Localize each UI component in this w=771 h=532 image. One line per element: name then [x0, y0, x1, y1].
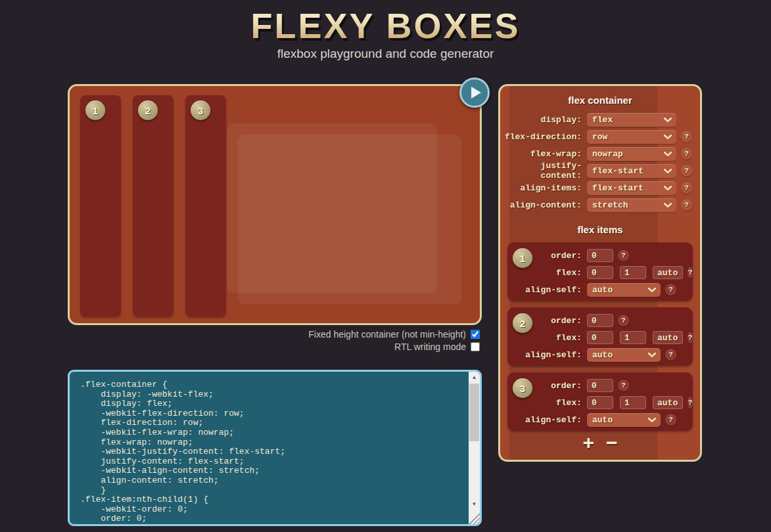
flex-container-section-title: flex container [500, 95, 700, 106]
order-input[interactable] [587, 379, 613, 392]
chevron-down-icon [664, 135, 672, 139]
align-self-row: align-self: auto ? [507, 281, 693, 298]
align-items-help-button[interactable]: ? [681, 183, 692, 194]
justify-content-row: justify-content: flex-start ? [500, 162, 700, 179]
align-self-label: align-self: [507, 285, 582, 295]
play-icon [471, 87, 481, 99]
flex-item-card-1: 1 order: ? flex: ? align-self: auto [507, 242, 693, 301]
flex-container-preview: 1 2 3 [70, 86, 480, 323]
align-items-select[interactable]: flex-start [587, 181, 676, 195]
display-select[interactable]: flex [587, 113, 676, 127]
flex-item-card-3: 3 order: ? flex: ? align-self: auto [507, 372, 693, 431]
rtl-label: RTL writing mode [394, 342, 466, 352]
flex-grow-input[interactable] [587, 266, 613, 279]
settings-panel: flex container display: flex flex-direct… [498, 84, 702, 462]
flex-item-preview-3: 3 [185, 95, 226, 316]
align-self-select[interactable]: auto [587, 283, 661, 297]
align-self-help-button[interactable]: ? [665, 349, 676, 361]
flex-shrink-input[interactable] [620, 396, 646, 409]
item-number-badge: 1 [85, 100, 105, 120]
align-self-select[interactable]: auto [587, 348, 661, 362]
fixed-height-checkbox[interactable] [471, 330, 480, 339]
item-number-badge: 2 [138, 100, 158, 120]
scrollbar-thumb[interactable] [469, 384, 479, 441]
order-help-button[interactable]: ? [618, 250, 629, 261]
align-content-select[interactable]: stretch [587, 198, 676, 212]
flex-item-preview-1: 1 [80, 95, 121, 316]
order-row: order: ? [507, 312, 693, 329]
justify-content-label: justify-content: [500, 161, 582, 181]
order-help-button[interactable]: ? [618, 315, 629, 326]
flex-row: flex: ? [507, 394, 693, 411]
flex-playground: 1 2 3 [68, 84, 482, 325]
flex-wrap-help-button[interactable]: ? [681, 148, 692, 160]
flex-direction-label: flex-direction: [500, 132, 582, 142]
flexy-boxes-page: FLEXY BOXES flexbox playground and code … [0, 0, 771, 532]
flex-direction-row: flex-direction: row ? [500, 128, 700, 145]
flex-basis-input[interactable] [653, 396, 683, 409]
align-content-row: align-content: stretch ? [500, 196, 700, 213]
flex-label: flex: [507, 268, 582, 278]
flex-wrap-select[interactable]: nowrap [587, 147, 676, 161]
align-items-row: align-items: flex-start ? [500, 179, 700, 196]
fixed-height-toggle-row: Fixed height container (not min-height) [308, 329, 480, 340]
chevron-down-icon [664, 203, 672, 208]
order-row: order: ? [507, 247, 693, 264]
align-self-row: align-self: auto ? [507, 346, 693, 363]
align-self-select[interactable]: auto [587, 413, 661, 427]
chevron-down-icon [648, 353, 656, 357]
flex-wrap-row: flex-wrap: nowrap ? [500, 145, 700, 162]
flex-grow-input[interactable] [587, 396, 613, 409]
flex-item-cards: 1 order: ? flex: ? align-self: auto [507, 242, 693, 437]
display-label: display: [500, 115, 582, 125]
run-button[interactable] [459, 78, 490, 108]
code-output-panel: .flex-container { display: -webkit-flex;… [68, 370, 482, 526]
add-item-button[interactable]: + [582, 433, 594, 453]
align-self-help-button[interactable]: ? [665, 284, 676, 296]
flex-direction-help-button[interactable]: ? [681, 131, 692, 143]
item-number-badge: 2 [513, 313, 532, 333]
align-self-row: align-self: auto ? [507, 411, 693, 428]
flex-direction-select[interactable]: row [587, 130, 676, 144]
order-help-button[interactable]: ? [618, 380, 629, 391]
chevron-down-icon [664, 186, 672, 190]
flex-basis-input[interactable] [653, 266, 683, 279]
flex-help-button[interactable]: ? [688, 267, 693, 278]
chevron-down-icon [648, 418, 656, 422]
order-input[interactable] [587, 314, 613, 327]
align-content-help-button[interactable]: ? [681, 200, 692, 211]
flex-label: flex: [507, 398, 582, 408]
justify-content-help-button[interactable]: ? [681, 166, 692, 177]
page-title: FLEXY BOXES [0, 5, 771, 46]
item-count-controls: + − [500, 433, 700, 453]
item-number-badge: 3 [191, 100, 210, 120]
chevron-down-icon [664, 152, 672, 156]
flex-row: flex: ? [507, 264, 693, 281]
display-row: display: flex [500, 111, 700, 128]
scroll-up-arrow-icon[interactable]: ▲ [469, 372, 480, 383]
order-input[interactable] [587, 249, 613, 262]
flex-item-preview-2: 2 [133, 95, 174, 316]
align-content-label: align-content: [500, 200, 582, 210]
flex-item-card-2: 2 order: ? flex: ? align-self: auto [507, 307, 693, 366]
code-scrollbar[interactable]: ▲ ▼ [469, 372, 480, 524]
remove-item-button[interactable]: − [606, 433, 618, 453]
flex-shrink-input[interactable] [620, 266, 646, 279]
fixed-height-label: Fixed height container (not min-height) [308, 329, 466, 340]
scroll-down-arrow-icon[interactable]: ▼ [469, 499, 480, 510]
generated-css-code[interactable]: .flex-container { display: -webkit-flex;… [70, 372, 469, 524]
flex-grow-input[interactable] [587, 331, 613, 344]
flex-help-button[interactable]: ? [688, 397, 693, 409]
flex-container-controls: display: flex flex-direction: row ? flex… [500, 111, 700, 213]
flex-label: flex: [507, 333, 582, 343]
justify-content-select[interactable]: flex-start [587, 164, 676, 178]
flex-basis-input[interactable] [653, 331, 683, 344]
align-self-help-button[interactable]: ? [665, 414, 676, 426]
chevron-down-icon [664, 118, 672, 122]
page-subtitle: flexbox playground and code generator [0, 47, 771, 61]
flex-shrink-input[interactable] [620, 331, 646, 344]
rtl-checkbox[interactable] [471, 342, 480, 351]
flex-help-button[interactable]: ? [688, 332, 693, 344]
align-items-label: align-items: [500, 183, 582, 193]
flex-wrap-label: flex-wrap: [500, 149, 582, 159]
